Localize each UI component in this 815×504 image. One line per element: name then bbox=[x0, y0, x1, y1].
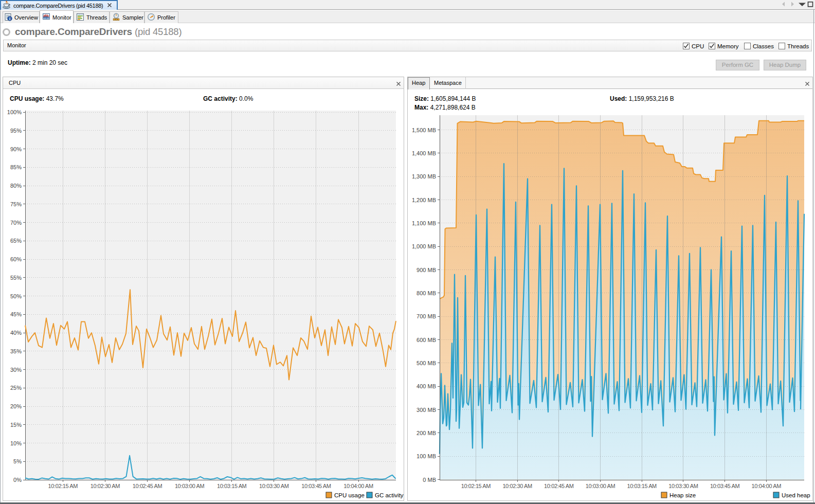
svg-text:15%: 15% bbox=[10, 422, 22, 428]
svg-text:10:04:00 AM: 10:04:00 AM bbox=[752, 483, 782, 489]
svg-text:300 MB: 300 MB bbox=[416, 407, 436, 413]
svg-text:200 MB: 200 MB bbox=[416, 430, 436, 436]
svg-text:70%: 70% bbox=[10, 220, 22, 226]
svg-text:400 MB: 400 MB bbox=[416, 383, 436, 389]
svg-text:700 MB: 700 MB bbox=[416, 313, 436, 319]
svg-text:1,200 MB: 1,200 MB bbox=[412, 197, 436, 203]
svg-text:1,100 MB: 1,100 MB bbox=[412, 220, 436, 226]
svg-text:10:03:00 AM: 10:03:00 AM bbox=[586, 483, 615, 489]
svg-text:10:02:45 AM: 10:02:45 AM bbox=[133, 483, 162, 489]
svg-text:10%: 10% bbox=[10, 440, 22, 446]
svg-text:85%: 85% bbox=[10, 164, 22, 170]
svg-text:80%: 80% bbox=[10, 183, 22, 189]
svg-text:10:04:00 AM: 10:04:00 AM bbox=[343, 483, 373, 489]
svg-text:65%: 65% bbox=[10, 238, 22, 244]
svg-text:1,500 MB: 1,500 MB bbox=[412, 127, 436, 133]
svg-text:90%: 90% bbox=[10, 146, 22, 152]
svg-text:600 MB: 600 MB bbox=[416, 337, 436, 343]
svg-text:10:02:15 AM: 10:02:15 AM bbox=[461, 483, 491, 489]
svg-text:10:03:15 AM: 10:03:15 AM bbox=[217, 483, 247, 489]
svg-text:10:02:15 AM: 10:02:15 AM bbox=[48, 483, 78, 489]
svg-text:Heap size: Heap size bbox=[669, 492, 696, 498]
svg-text:60%: 60% bbox=[10, 256, 22, 262]
svg-text:75%: 75% bbox=[10, 201, 22, 207]
svg-text:1,400 MB: 1,400 MB bbox=[412, 150, 436, 156]
svg-text:95%: 95% bbox=[10, 128, 22, 134]
svg-text:40%: 40% bbox=[10, 330, 22, 336]
svg-text:CPU usage: CPU usage bbox=[334, 492, 365, 498]
svg-text:10:02:30 AM: 10:02:30 AM bbox=[90, 483, 120, 489]
svg-text:10:03:00 AM: 10:03:00 AM bbox=[175, 483, 205, 489]
svg-text:30%: 30% bbox=[10, 367, 22, 373]
svg-text:500 MB: 500 MB bbox=[416, 360, 436, 366]
svg-text:45%: 45% bbox=[10, 311, 22, 317]
svg-text:55%: 55% bbox=[10, 275, 22, 281]
svg-text:Used heap: Used heap bbox=[782, 492, 810, 498]
svg-text:25%: 25% bbox=[10, 385, 22, 391]
svg-text:GC activity: GC activity bbox=[375, 492, 404, 498]
svg-text:0 MB: 0 MB bbox=[423, 477, 436, 483]
svg-text:35%: 35% bbox=[10, 348, 22, 354]
svg-text:10:03:30 AM: 10:03:30 AM bbox=[259, 483, 289, 489]
svg-text:10:02:30 AM: 10:02:30 AM bbox=[502, 483, 532, 489]
svg-text:100%: 100% bbox=[7, 109, 22, 115]
svg-text:10:03:15 AM: 10:03:15 AM bbox=[627, 483, 657, 489]
svg-text:0%: 0% bbox=[13, 477, 22, 483]
svg-text:100 MB: 100 MB bbox=[416, 453, 436, 459]
svg-text:1,000 MB: 1,000 MB bbox=[412, 243, 436, 249]
svg-text:10:03:30 AM: 10:03:30 AM bbox=[668, 483, 698, 489]
svg-text:5%: 5% bbox=[13, 458, 22, 464]
svg-text:10:03:45 AM: 10:03:45 AM bbox=[301, 483, 331, 489]
svg-text:900 MB: 900 MB bbox=[416, 267, 436, 273]
svg-text:800 MB: 800 MB bbox=[416, 290, 436, 296]
svg-text:1,300 MB: 1,300 MB bbox=[412, 173, 436, 179]
svg-text:20%: 20% bbox=[10, 403, 22, 409]
svg-text:10:03:45 AM: 10:03:45 AM bbox=[710, 483, 740, 489]
svg-text:10:02:45 AM: 10:02:45 AM bbox=[544, 483, 574, 489]
svg-text:50%: 50% bbox=[10, 293, 22, 299]
